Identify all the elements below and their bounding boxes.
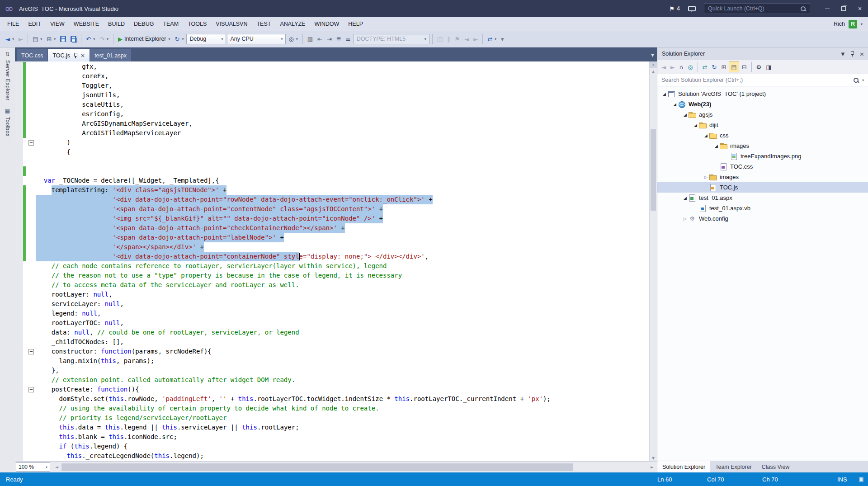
menu-item-tools[interactable]: TOOLS (183, 17, 211, 31)
collapse-expander-icon[interactable]: ◢ (682, 196, 689, 200)
code-line[interactable]: // the reason not to use a "type" proper… (15, 271, 649, 280)
scroll-down-icon[interactable]: ▼ (650, 455, 657, 461)
format-document[interactable]: ▥ (306, 33, 315, 45)
code-line[interactable]: '<div data-dojo-attach-point="containerN… (15, 252, 649, 261)
se-properties[interactable]: ⚙ (755, 61, 764, 72)
breakpoint-margin[interactable] (15, 90, 23, 100)
breakpoint-margin[interactable] (15, 318, 23, 328)
breakpoint-margin[interactable] (15, 62, 23, 71)
collapse-expander-icon[interactable]: ◢ (661, 92, 668, 96)
split-handle[interactable]: ≡ (650, 61, 657, 68)
notifications-flag-icon[interactable]: ⚑ (669, 5, 675, 12)
minimize-button[interactable]: ─ (819, 0, 835, 17)
breakpoint-margin[interactable] (15, 252, 23, 261)
code-line[interactable]: this._createLegendNode(this.legend); (15, 451, 649, 461)
breakpoint-margin[interactable] (15, 290, 23, 299)
breakpoint-margin[interactable] (15, 166, 23, 176)
combo-platform[interactable]: Any CPU▾ (227, 34, 286, 44)
expand-expander-icon[interactable]: ▷ (703, 175, 709, 179)
save[interactable] (58, 33, 68, 45)
window-position-icon[interactable]: ▼ (841, 52, 844, 57)
document-list-dropdown-icon[interactable]: ▼ (651, 53, 654, 57)
close-panel-icon[interactable]: × (859, 51, 864, 57)
tree-item-test-01-aspx-vb[interactable]: test_01.aspx.vb (657, 203, 868, 213)
tree-item-images[interactable]: ◢images (657, 141, 868, 151)
breakpoint-margin[interactable] (15, 432, 23, 442)
code-line[interactable]: // each node contains reference to rootL… (15, 261, 649, 271)
code-line[interactable]: lang.mixin(this, params); (15, 356, 649, 366)
code-line[interactable]: '<div data-dojo-attach-point="rowNode" d… (15, 195, 649, 204)
code-line[interactable]: { (15, 147, 649, 157)
navigate-forward[interactable]: ► (17, 33, 25, 45)
breakpoint-margin[interactable] (15, 214, 23, 223)
next-bookmark[interactable]: ► (472, 33, 480, 45)
breakpoint-margin[interactable] (15, 356, 23, 366)
breakpoint-margin[interactable] (15, 413, 23, 423)
start-debugging[interactable]: ▶Internet Explorer▾ (116, 33, 172, 45)
se-refresh[interactable]: ↻ (710, 61, 719, 72)
panel-tab-team-explorer[interactable]: Team Explorer (710, 461, 757, 472)
collapse-expander-icon[interactable]: ◢ (671, 102, 678, 107)
se-switch-views[interactable]: ◎ (686, 61, 694, 72)
toggle-bookmark[interactable]: ⚑ (453, 33, 462, 45)
uncomment-selection[interactable]: ≡ (344, 33, 353, 45)
panel-tab-solution-explorer[interactable]: Solution Explorer (657, 461, 710, 472)
sync-publish[interactable]: ⇄▾ (486, 33, 498, 45)
se-collapse-all[interactable]: ⊟ (740, 61, 749, 72)
expand-expander-icon[interactable]: ▷ (682, 217, 689, 221)
code-line[interactable]: '<span data-dojo-attach-point="contentNo… (15, 204, 649, 214)
scroll-right-icon[interactable]: ► (648, 465, 656, 469)
tree-item-toc-js[interactable]: TOC.js (657, 182, 868, 193)
breakpoint-margin[interactable] (15, 176, 23, 185)
zoom-selector[interactable]: 100 % ▾ (16, 462, 50, 472)
code-line[interactable]: // to access meta data of the serviceLay… (15, 280, 649, 290)
code-line[interactable]: // priority is legend/serviceLayer/rootL… (15, 413, 649, 423)
breakpoint-margin[interactable] (15, 299, 23, 309)
combo-doctype[interactable]: DOCTYPE: HTML5▾ (354, 34, 429, 44)
code-line[interactable]: this.data = this.legend || this.serviceL… (15, 423, 649, 432)
menu-item-visualsvn[interactable]: VISUALSVN (211, 17, 252, 31)
se-preview-selected[interactable]: ◨ (764, 61, 773, 72)
menu-item-test[interactable]: TEST (252, 17, 275, 31)
combo-configuration[interactable]: Debug▾ (186, 34, 226, 44)
menu-item-view[interactable]: VIEW (46, 17, 69, 31)
se-navigate-back[interactable]: ◄ (660, 61, 668, 72)
add-new-item[interactable]: ⊞▾ (45, 33, 57, 45)
tree-item-web-23[interactable]: ◢Web(23) (657, 99, 868, 109)
code-line[interactable]: data: null, // could be one of rootLayer… (15, 328, 649, 337)
decrease-indent[interactable]: ⇤ (316, 33, 324, 45)
close-button[interactable]: × (852, 0, 868, 17)
feedback-icon[interactable] (688, 6, 696, 11)
breakpoint-margin[interactable] (15, 223, 23, 233)
code-line[interactable]: ArcGISDynamicMapServiceLayer, (15, 119, 649, 128)
breakpoint-margin[interactable] (15, 394, 23, 404)
code-line[interactable]: − ) (15, 138, 649, 147)
menu-item-analyze[interactable]: ANALYZE (275, 17, 310, 31)
breakpoint-margin[interactable] (15, 328, 23, 337)
side-tab-server-explorer[interactable]: ⇅Server Explorer (5, 49, 11, 102)
se-sync-with-active-document[interactable]: ⇄ (701, 61, 709, 72)
code-line[interactable]: '<img src="${_blankGif}" alt="" data-doj… (15, 214, 649, 223)
horizontal-scrollbar[interactable]: 100 % ▾ ◄ ► (15, 461, 657, 472)
code-line[interactable]: // using the availability of certain pro… (15, 404, 649, 413)
code-line[interactable]: domStyle.set(this.rowNode, 'paddingLeft'… (15, 394, 649, 404)
undo[interactable]: ↶▾ (84, 33, 97, 45)
pin-icon[interactable] (850, 51, 854, 57)
code-line[interactable]: rootLayerTOC: null, (15, 318, 649, 328)
code-line[interactable]: _childTOCNodes: [], (15, 337, 649, 347)
side-tab-toolbox[interactable]: ▦Toolbox (5, 106, 11, 138)
breakpoint-margin[interactable] (15, 423, 23, 432)
breakpoint-margin[interactable] (15, 195, 23, 204)
menu-item-file[interactable]: FILE (3, 17, 24, 31)
breakpoint-margin[interactable] (15, 385, 23, 394)
breakpoint-margin[interactable] (15, 119, 23, 128)
tab-toc-css[interactable]: TOC.css (17, 49, 47, 61)
tree-item-solution-arcgis-toc-1-project[interactable]: ◢Solution 'ArcGIS_TOC' (1 project) (657, 89, 868, 99)
collapse-region-icon[interactable]: − (28, 387, 34, 392)
tree-item-web-config[interactable]: ▷⚙Web.config (657, 213, 868, 224)
breakpoint-margin[interactable] (15, 404, 23, 413)
navigate-backward[interactable]: ◄▾ (4, 33, 16, 45)
collapse-region-icon[interactable]: − (28, 140, 34, 146)
previous-bookmark[interactable]: ◄ (462, 33, 471, 45)
code-line[interactable]: ArcGISTiledMapServiceLayer (15, 128, 649, 138)
